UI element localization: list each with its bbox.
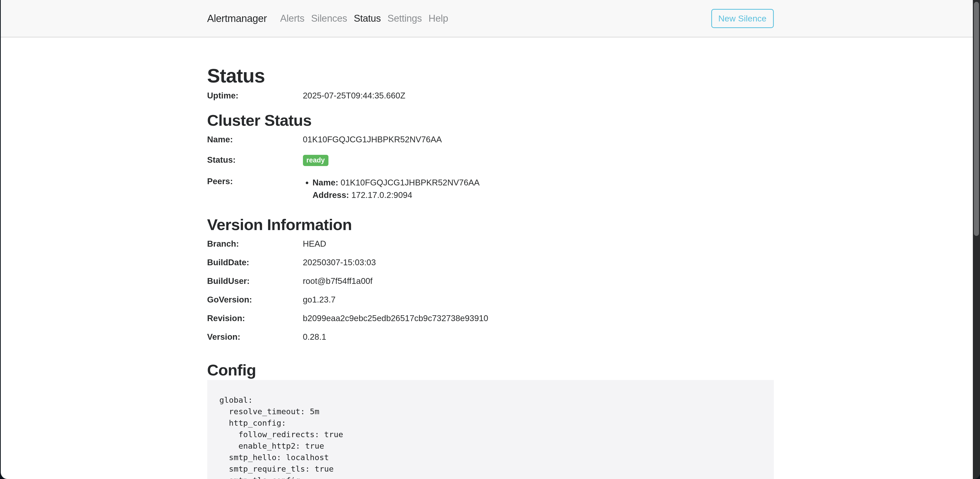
nav-link-silences[interactable]: Silences <box>308 13 350 24</box>
cluster-name-row: Name: 01K10FGQJCG1JHBPKR52NV76AA <box>207 135 774 144</box>
navbar-brand[interactable]: Alertmanager <box>207 13 267 24</box>
navbar-inner: Alertmanager Alerts Silences Status Sett… <box>207 0 774 37</box>
cluster-status-row: Status: ready <box>207 155 774 166</box>
peer-name-line: Name: 01K10FGQJCG1JHBPKR52NV76AA <box>313 176 774 189</box>
uptime-value: 2025-07-25T09:44:35.660Z <box>303 90 774 101</box>
cluster-name-value: 01K10FGQJCG1JHBPKR52NV76AA <box>303 135 774 144</box>
nav-item: Help <box>425 13 452 24</box>
version-rows: Branch: HEAD BuildDate: 20250307-15:03:0… <box>207 239 774 342</box>
cluster-peers-row: Peers: Name: 01K10FGQJCG1JHBPKR52NV76AA … <box>207 176 774 201</box>
peer-item: Name: 01K10FGQJCG1JHBPKR52NV76AA Address… <box>313 176 774 201</box>
version-value: b2099eaa2c9ebc25edb26517cb9c732738e93910 <box>303 313 774 324</box>
peer-list: Name: 01K10FGQJCG1JHBPKR52NV76AA Address… <box>305 176 774 201</box>
nav-link-alerts[interactable]: Alerts <box>277 13 308 24</box>
version-value: HEAD <box>303 239 774 249</box>
version-row-builduser: BuildUser: root@b7f54ff1a00f <box>207 276 774 286</box>
version-row-revision: Revision: b2099eaa2c9ebc25edb26517cb9c73… <box>207 313 774 324</box>
peer-name-value: 01K10FGQJCG1JHBPKR52NV76AA <box>341 178 480 187</box>
new-silence-button[interactable]: New Silence <box>711 9 774 28</box>
nav-link-status[interactable]: Status <box>350 13 384 24</box>
browser-page: Alertmanager Alerts Silences Status Sett… <box>1 0 980 479</box>
version-row-builddate: BuildDate: 20250307-15:03:03 <box>207 257 774 268</box>
nav-link-help[interactable]: Help <box>425 13 452 24</box>
nav-item: Silences <box>308 13 350 24</box>
uptime-row: Uptime: 2025-07-25T09:44:35.660Z <box>207 90 774 101</box>
nav-item: Settings <box>384 13 425 24</box>
version-label: GoVersion: <box>207 295 303 305</box>
version-info-heading: Version Information <box>207 216 774 234</box>
nav-item: Alerts <box>277 13 308 24</box>
nav-item: Status <box>350 13 384 24</box>
cluster-status-value: ready <box>303 155 774 166</box>
peer-address-line: Address: 172.17.0.2:9094 <box>313 189 774 201</box>
peer-name-label: Name: <box>313 178 339 187</box>
cluster-status-heading: Cluster Status <box>207 111 774 129</box>
version-row-goversion: GoVersion: go1.23.7 <box>207 295 774 305</box>
version-value: 20250307-15:03:03 <box>303 257 774 268</box>
version-row-branch: Branch: HEAD <box>207 239 774 249</box>
cluster-peers-value: Name: 01K10FGQJCG1JHBPKR52NV76AA Address… <box>303 176 774 201</box>
status-page: Status Uptime: 2025-07-25T09:44:35.660Z … <box>207 38 774 479</box>
version-label: Revision: <box>207 313 303 324</box>
scrollbar-thumb[interactable] <box>974 2 979 236</box>
version-value: root@b7f54ff1a00f <box>303 276 774 286</box>
version-label: BuildDate: <box>207 257 303 268</box>
cluster-status-label: Status: <box>207 155 303 166</box>
navbar: Alertmanager Alerts Silences Status Sett… <box>1 0 980 38</box>
navbar-links: Alerts Silences Status Settings Help <box>277 13 452 24</box>
config-heading: Config <box>207 361 774 379</box>
config-yaml: global: resolve_timeout: 5m http_config:… <box>207 380 774 479</box>
version-value: 0.28.1 <box>303 332 774 342</box>
version-label: BuildUser: <box>207 276 303 286</box>
peer-address-label: Address: <box>313 190 349 200</box>
nav-link-settings[interactable]: Settings <box>384 13 425 24</box>
scrollbar-track[interactable] <box>973 0 980 479</box>
version-row-version: Version: 0.28.1 <box>207 332 774 342</box>
page-title: Status <box>207 65 774 86</box>
cluster-peers-label: Peers: <box>207 176 303 201</box>
version-label: Branch: <box>207 239 303 249</box>
status-badge: ready <box>303 155 328 166</box>
version-value: go1.23.7 <box>303 295 774 305</box>
version-label: Version: <box>207 332 303 342</box>
cluster-name-label: Name: <box>207 135 303 144</box>
peer-address-value: 172.17.0.2:9094 <box>352 190 412 200</box>
uptime-label: Uptime: <box>207 90 303 101</box>
